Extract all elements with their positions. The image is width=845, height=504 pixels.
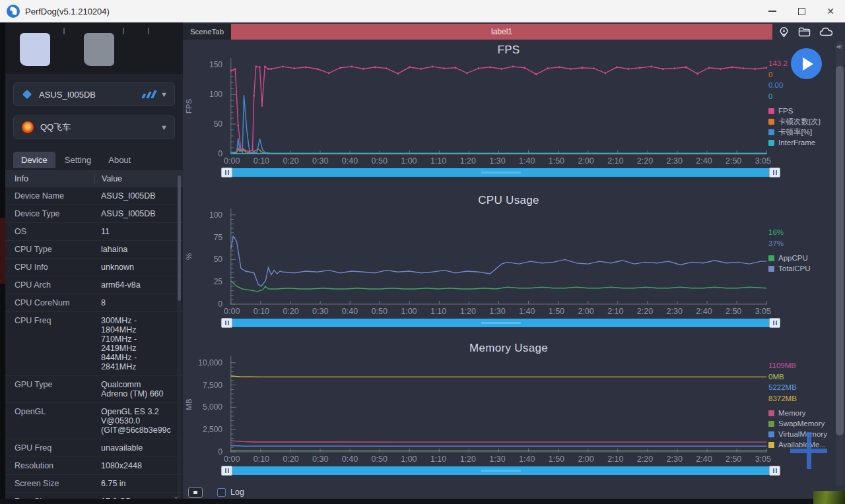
cloud-icon[interactable] — [819, 27, 833, 36]
screenshot-strip — [5, 22, 183, 75]
slider-handle-left[interactable] — [221, 466, 232, 476]
row-value: ASUS_I005DB — [94, 187, 183, 205]
x-tick-label: 0:00 — [224, 455, 240, 464]
slider-handle-right[interactable] — [769, 318, 780, 328]
log-checkbox[interactable] — [217, 488, 226, 497]
x-tick-label: 0:10 — [254, 156, 269, 166]
x-tick-label: 1:50 — [549, 455, 564, 464]
x-tick-label: 1:40 — [519, 455, 535, 464]
minimize-button[interactable] — [758, 0, 787, 22]
x-tick-label: 2:20 — [637, 307, 653, 316]
x-tick-label: 1:40 — [519, 156, 535, 166]
table-row: CPU Typelahaina — [5, 241, 183, 259]
x-tick-label: 0:10 — [254, 307, 269, 316]
app-selector[interactable]: QQ飞车 ▼ — [13, 115, 175, 139]
series-FPS — [231, 67, 766, 152]
x-tick-label: 0:40 — [342, 455, 358, 464]
x-tick-label: 2:00 — [578, 156, 593, 166]
x-tick-label: 1:50 — [549, 307, 564, 316]
marker-pin-icon[interactable] — [778, 26, 790, 38]
legend-current-value: 1109MB — [768, 360, 832, 371]
x-tick-label: 0:20 — [283, 156, 298, 166]
screenshot-thumbnail[interactable] — [20, 33, 50, 66]
perfdog-window: PerfDog(v5.1.210204) ✕ ASUS_I005DB ▼ QQ飞… — [0, 0, 845, 504]
caret-down-icon[interactable]: ▼ — [160, 123, 168, 131]
strip-tick — [63, 28, 65, 34]
x-tick-label: 0:40 — [342, 156, 358, 166]
device-diamond-icon — [22, 90, 32, 99]
row-label: OpenGL — [5, 403, 94, 439]
table-row: Resolution1080x2448 — [5, 457, 183, 475]
legend-item[interactable]: 卡顿次数[次] — [768, 116, 832, 127]
y-axis-ticks: 050100150 — [193, 58, 228, 154]
plot-area — [230, 356, 767, 453]
device-selector[interactable]: ASUS_I005DB ▼ — [13, 82, 175, 106]
row-value: 11 — [94, 223, 183, 240]
legend-label: FPS — [778, 106, 793, 116]
plot-area — [230, 208, 767, 305]
header-info: Info — [5, 174, 94, 183]
close-button[interactable]: ✕ — [816, 0, 845, 22]
snapshot-button[interactable] — [188, 487, 203, 498]
legend-item[interactable]: InterFrame — [768, 137, 832, 148]
row-label: Resolution — [5, 457, 94, 474]
legend-label: AppCPU — [778, 253, 808, 263]
scene-label-band[interactable]: label1 — [231, 24, 772, 40]
cpu-chart: CPU Usage%025507510016%37%AppCPUTotalCPU… — [183, 190, 834, 338]
x-tick-label: 2:10 — [607, 156, 623, 166]
legend-item[interactable]: 卡顿率[%] — [768, 127, 832, 137]
legend-current-value: 16% — [768, 227, 832, 238]
x-tick-label: 2:50 — [726, 307, 741, 316]
legend-item[interactable]: FPS — [768, 106, 832, 116]
tab-device[interactable]: Device — [13, 152, 55, 168]
chevron-up-icon[interactable]: ≪ — [836, 44, 842, 50]
x-tick-label: 0:00 — [224, 156, 240, 166]
y-tick-label: 7,500 — [203, 381, 222, 390]
x-tick-label: 1:30 — [489, 455, 505, 464]
slider-handle-left[interactable] — [221, 318, 232, 328]
tab-about[interactable]: About — [100, 152, 139, 168]
x-tick-label: 2:00 — [578, 307, 593, 316]
bottom-bar: Log — [183, 486, 845, 499]
legend-item[interactable]: TotalCPU — [768, 263, 832, 274]
app-logo-icon — [21, 121, 34, 134]
maximize-button[interactable] — [787, 0, 816, 22]
x-tick-label: 0:40 — [342, 307, 358, 316]
row-label: Screen Size — [5, 475, 94, 492]
slider-handle-left[interactable] — [221, 168, 232, 177]
play-button[interactable] — [791, 48, 822, 79]
y-tick-label: 75 — [214, 233, 222, 242]
header-value: Value — [94, 174, 183, 183]
legend-current-value: 0 — [768, 91, 832, 102]
x-tick-label: 2:40 — [696, 307, 712, 316]
slider-handle-right[interactable] — [769, 466, 780, 476]
charts-panel: FPSFPS050100150143.200.000FPS卡顿次数[次]卡顿率[… — [183, 40, 834, 486]
tab-setting[interactable]: Setting — [57, 152, 99, 168]
y-tick-label: 25 — [214, 277, 222, 286]
scene-tab[interactable]: SceneTab — [183, 24, 231, 40]
row-label: CPU Arch — [5, 276, 94, 294]
caret-down-icon[interactable]: ▼ — [160, 90, 168, 98]
legend-item[interactable]: SwapMemory — [768, 418, 832, 429]
x-tick-label: 1:10 — [430, 156, 446, 166]
sidebar-tabs: Device Setting About — [13, 152, 139, 168]
time-range-slider[interactable] — [225, 168, 776, 177]
screenshot-thumbnail[interactable] — [84, 33, 114, 66]
legend-current-value: 0MB — [768, 371, 832, 383]
legend-item[interactable]: Memory — [768, 408, 832, 418]
table-row: Device TypeASUS_I005DB — [5, 205, 183, 223]
add-chart-button[interactable] — [790, 432, 827, 469]
slider-handle-right[interactable] — [769, 168, 780, 177]
y-tick-label: 0 — [218, 447, 222, 457]
legend-label: Memory — [778, 408, 806, 418]
row-label: CPU Info — [5, 259, 94, 276]
chart-title: Memory Usage — [183, 338, 834, 355]
time-range-slider[interactable] — [225, 466, 776, 475]
sidebar: ASUS_I005DB ▼ QQ飞车 ▼ Device Setting Abou… — [5, 22, 183, 504]
time-range-slider[interactable] — [225, 319, 776, 327]
folder-icon[interactable] — [798, 27, 811, 37]
legend-item[interactable]: AppCPU — [768, 253, 832, 263]
series-卡顿率[%] — [231, 95, 766, 153]
sidebar-scrollbar-thumb[interactable] — [178, 175, 181, 301]
main-scrollbar-thumb[interactable] — [836, 66, 844, 435]
